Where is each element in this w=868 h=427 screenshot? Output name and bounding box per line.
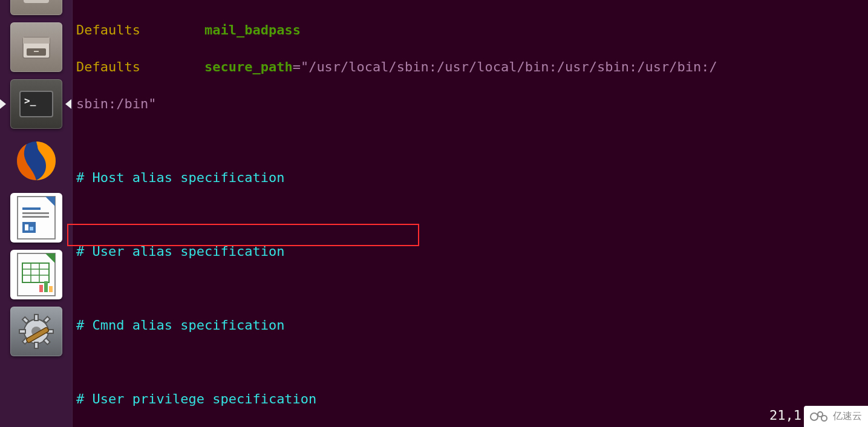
code-line: sbin:/bin" [76,95,866,114]
blank-line [76,132,866,151]
code-line: Defaults mail_badpass [76,21,866,40]
comment-line: # User privilege specification [76,390,866,409]
svg-rect-14 [22,222,36,233]
launcher-item-terminal[interactable]: >_ [8,77,64,131]
svg-rect-15 [25,224,28,230]
firefox-icon [10,136,62,186]
svg-rect-29 [34,342,38,348]
svg-text:>_: >_ [24,95,36,106]
recent-files-icon [10,0,62,15]
svg-rect-12 [22,212,49,214]
svg-rect-25 [44,281,48,292]
launcher-item-files[interactable] [8,21,64,74]
svg-rect-13 [22,216,49,218]
launcher-item-calc[interactable] [8,248,64,301]
code-line: Defaults secure_path="/usr/local/sbin:/u… [76,58,866,77]
svg-rect-26 [49,286,53,292]
blank-line [76,206,866,224]
svg-rect-24 [39,285,43,292]
launcher-item-writer[interactable] [8,191,64,244]
svg-rect-32 [22,317,29,324]
svg-rect-28 [34,315,38,321]
launcher-item-firefox[interactable] [8,134,64,187]
terminal-editor[interactable]: Defaults mail_badpass Defaults secure_pa… [73,0,868,427]
svg-rect-11 [22,207,41,210]
launcher-item-recent[interactable] [8,0,64,17]
svg-rect-33 [44,338,50,345]
svg-rect-3 [23,37,50,44]
launcher-item-settings[interactable] [8,305,64,358]
blank-line [76,353,866,372]
watermark-logo-icon [810,411,829,422]
libreoffice-writer-icon [10,193,62,243]
svg-rect-5 [34,51,39,52]
desktop: >_ [0,0,868,427]
comment-line: # Cmnd alias specification [76,316,866,335]
comment-line: # Host alias specification [76,169,866,187]
vim-status-position: 21,1 [769,406,801,425]
svg-rect-34 [44,316,50,323]
svg-rect-30 [19,330,25,333]
watermark-text: 亿速云 [833,410,862,423]
svg-rect-0 [24,0,49,3]
launcher-bar: >_ [0,0,73,427]
blank-line [76,279,866,298]
files-manager-icon [10,22,62,72]
watermark-badge: 亿速云 [804,406,868,427]
svg-rect-16 [30,227,33,230]
system-settings-icon [10,307,62,356]
terminal-icon: >_ [10,79,62,129]
comment-line: # User alias specification [76,243,866,261]
libreoffice-calc-icon [10,250,62,299]
